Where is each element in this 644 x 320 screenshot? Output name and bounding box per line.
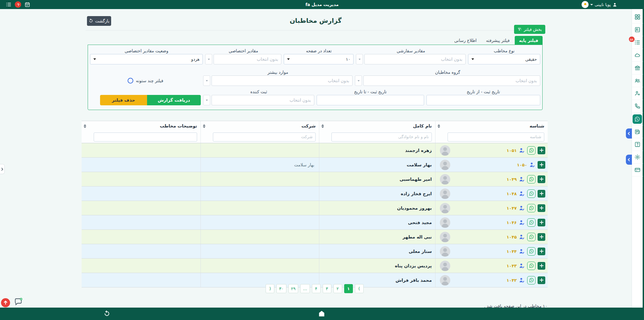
notes-search-input[interactable] <box>94 132 197 142</box>
expand-row-button[interactable] <box>538 190 545 198</box>
groups-icon <box>634 77 641 84</box>
more-items-select[interactable]: بدون انتخاب <box>203 75 353 86</box>
phone-icon <box>634 103 641 109</box>
expand-row-button[interactable] <box>538 147 545 154</box>
sidebar-item[interactable] <box>632 62 643 74</box>
expand-row-button[interactable] <box>538 175 545 183</box>
get-report-button[interactable]: دریافت گزارش <box>147 95 201 105</box>
id-cell: ۱۰۴۵ <box>435 230 548 244</box>
sidebar-item[interactable] <box>632 113 643 125</box>
page-button[interactable]: … <box>300 284 310 293</box>
sidebar-item[interactable] <box>632 87 643 100</box>
spacer <box>90 69 201 75</box>
page-button[interactable]: ) <box>355 284 364 293</box>
filter-tab[interactable]: فیلتر پیشرفته <box>481 36 514 45</box>
whatsapp-icon[interactable] <box>527 190 536 198</box>
page-button[interactable]: ( <box>266 284 274 293</box>
user-edit-icon[interactable] <box>519 219 525 226</box>
contact-groups-select[interactable]: بدون انتخاب <box>355 75 540 86</box>
avatar <box>440 189 450 199</box>
sidebar-item[interactable] <box>632 23 643 36</box>
sidebar-collapse-tab-2[interactable] <box>626 155 632 165</box>
filter-tab[interactable]: فیلتر پایه <box>515 36 543 45</box>
sort-icon[interactable] <box>438 124 440 128</box>
sort-icon[interactable] <box>321 124 324 128</box>
top-bar: مدیریت مدیل fa پویا نایینی <box>0 0 644 9</box>
page-button[interactable]: ۱ <box>344 284 353 293</box>
company-search-input[interactable] <box>213 132 316 142</box>
refresh-icon[interactable] <box>103 310 110 318</box>
sidebar-item[interactable] <box>632 125 643 138</box>
sidebar-item[interactable] <box>632 49 643 62</box>
registrar-select[interactable]: بدون انتخاب <box>203 95 314 105</box>
fullname-search-input[interactable] <box>331 132 432 142</box>
user-edit-icon[interactable] <box>519 205 525 211</box>
clear-filter-button[interactable]: حذف فیلتر <box>100 95 147 105</box>
user-edit-icon[interactable] <box>519 176 525 182</box>
user-edit-icon[interactable] <box>519 263 525 269</box>
contact-type-select[interactable]: حقیقی <box>468 54 540 64</box>
whatsapp-icon[interactable] <box>527 276 536 284</box>
right-sidebar: ۵۸ <box>632 9 643 308</box>
sidebar-item[interactable] <box>632 164 643 176</box>
whatsapp-icon[interactable] <box>527 247 536 256</box>
field-label: گروه مخاطبان <box>355 69 540 75</box>
whatsapp-icon[interactable] <box>527 146 536 155</box>
scroll-top-button[interactable] <box>1 298 10 307</box>
field-contact-type: نوع مخاطب حقیقی <box>468 48 540 64</box>
expand-row-button[interactable] <box>538 161 545 169</box>
expand-row-button[interactable] <box>538 233 545 241</box>
user-edit-icon[interactable] <box>519 248 525 255</box>
page-button[interactable]: ۳۰ <box>276 284 286 293</box>
date-from-input[interactable] <box>426 95 540 105</box>
expand-row-button[interactable] <box>538 276 545 284</box>
exclusive-values-status-select[interactable]: هردو <box>90 54 203 64</box>
expand-row-button[interactable] <box>538 248 545 255</box>
expand-row-button[interactable] <box>538 219 545 226</box>
expand-row-button[interactable] <box>538 204 545 212</box>
page-button[interactable]: ۳ <box>323 284 331 293</box>
column-label: نام کامل <box>413 123 432 128</box>
whatsapp-icon[interactable] <box>527 175 536 183</box>
page-button[interactable]: ۴ <box>312 284 321 293</box>
page-button[interactable]: ۲۹ <box>288 284 298 293</box>
user-edit-icon[interactable] <box>529 162 536 168</box>
sidebar-item[interactable]: ۵۸ <box>632 36 643 49</box>
date-to-input[interactable] <box>317 95 424 105</box>
filter-section-button[interactable]: بخش فیلتر <box>514 25 545 34</box>
sidebar-item[interactable] <box>632 138 643 151</box>
field-label: تاریخ ثبت - از تاریخ <box>426 89 540 95</box>
user-menu[interactable]: پویا نایینی <box>582 0 617 9</box>
home-icon[interactable] <box>318 310 325 318</box>
user-edit-icon[interactable] <box>519 191 525 197</box>
sort-icon[interactable] <box>84 124 86 128</box>
user-edit-icon[interactable] <box>519 234 525 240</box>
exclusive-values-select[interactable]: بدون انتخاب <box>205 54 281 64</box>
chat-bubble-icon[interactable] <box>14 297 23 306</box>
chevron-down-icon <box>356 54 363 64</box>
sidebar-item[interactable] <box>632 11 643 23</box>
left-panel-tab[interactable] <box>0 164 5 174</box>
per-page-select[interactable]: ۱۰ <box>284 54 354 64</box>
whatsapp-icon[interactable] <box>527 218 536 227</box>
sidebar-collapse-tab-1[interactable] <box>626 128 632 139</box>
cloud-icon <box>634 52 641 58</box>
page-button[interactable]: ۲ <box>333 284 342 293</box>
whatsapp-icon[interactable] <box>527 204 536 212</box>
sort-icon[interactable] <box>203 124 205 128</box>
chevron-left-icon <box>627 132 631 135</box>
select-placeholder: بدون انتخاب <box>364 54 466 64</box>
id-search-input[interactable] <box>448 132 544 142</box>
sidebar-item[interactable] <box>632 100 643 113</box>
whatsapp-icon[interactable] <box>527 262 536 270</box>
user-edit-icon[interactable] <box>519 147 525 154</box>
filter-tab[interactable]: اطلاع رسانی <box>450 36 481 45</box>
user-edit-icon[interactable] <box>519 277 525 283</box>
whatsapp-icon[interactable] <box>527 233 536 241</box>
sidebar-item[interactable] <box>632 74 643 87</box>
page-button-label: ۳ <box>326 286 328 291</box>
custom-values-select[interactable]: بدون انتخاب <box>356 54 466 64</box>
sidebar-item[interactable] <box>632 151 643 164</box>
multi-column-filter-radio[interactable] <box>128 78 133 84</box>
expand-row-button[interactable] <box>538 262 545 270</box>
